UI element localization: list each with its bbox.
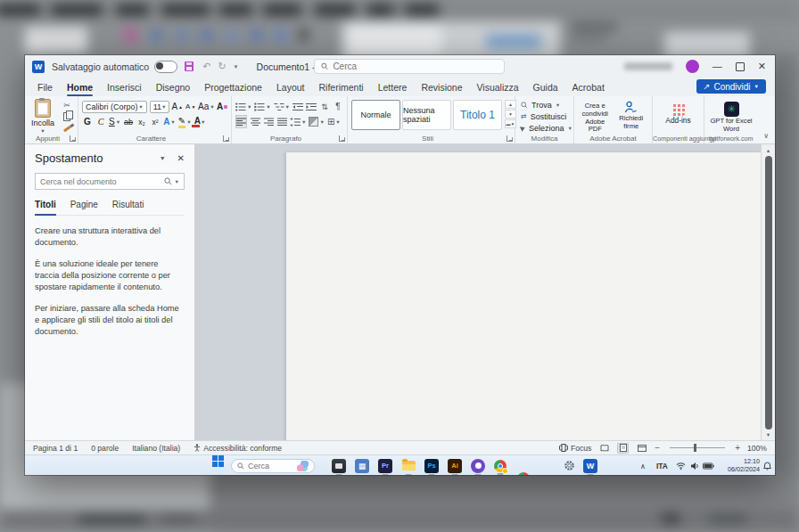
tab-progettazione[interactable]: Progettazione bbox=[197, 78, 269, 96]
grow-font-button[interactable]: A▲ bbox=[172, 100, 183, 113]
notifications-bell-icon[interactable] bbox=[763, 462, 771, 471]
align-left-icon[interactable] bbox=[235, 115, 247, 128]
tray-clock[interactable]: 12:10 06/02/2024 bbox=[719, 457, 760, 474]
language-indicator[interactable]: Italiano (Italia) bbox=[132, 444, 180, 453]
font-size-select[interactable]: 11▼ bbox=[150, 101, 169, 113]
sort-icon[interactable]: ⇅ bbox=[319, 100, 330, 113]
subscript-button[interactable]: x₂ bbox=[136, 115, 147, 128]
purple-app-icon[interactable] bbox=[471, 459, 485, 473]
superscript-button[interactable]: x² bbox=[150, 115, 161, 128]
tab-visualizza[interactable]: Visualizza bbox=[469, 78, 525, 96]
print-layout-icon[interactable] bbox=[617, 443, 629, 454]
document-page[interactable] bbox=[286, 152, 761, 440]
style-normal[interactable]: Normale bbox=[351, 100, 400, 130]
font-dialog-launcher[interactable] bbox=[223, 135, 229, 142]
taskbar-search-input[interactable] bbox=[248, 462, 284, 471]
addins-button[interactable]: Add-ins bbox=[656, 99, 700, 126]
tab-lettere[interactable]: Lettere bbox=[371, 78, 415, 96]
increase-indent-icon[interactable] bbox=[306, 100, 317, 113]
page-indicator[interactable]: Pagina 1 di 1 bbox=[33, 444, 78, 453]
title-search-input[interactable] bbox=[333, 61, 498, 71]
numbered-list-icon[interactable]: ▼ bbox=[254, 100, 270, 113]
web-layout-icon[interactable] bbox=[636, 443, 647, 454]
illustrator-icon[interactable]: Ai bbox=[448, 459, 462, 473]
paragraph-dialog-launcher[interactable] bbox=[339, 135, 345, 142]
calculator-app-icon[interactable]: ▦ bbox=[355, 459, 369, 473]
highlight-button[interactable]: ✎▼ bbox=[178, 115, 192, 128]
accessibility-status[interactable]: Accessibilità: conforme bbox=[194, 444, 282, 453]
paragraph-mark-icon[interactable]: ¶ bbox=[333, 100, 343, 113]
pane-chevron-down-icon[interactable]: ▼ bbox=[160, 155, 166, 161]
clear-formatting-button[interactable]: A bbox=[217, 100, 227, 113]
taskbar-search-box[interactable] bbox=[231, 459, 315, 473]
word-count[interactable]: 0 parole bbox=[91, 444, 119, 453]
photoshop-icon[interactable]: Ps bbox=[424, 459, 439, 473]
user-avatar[interactable] bbox=[686, 60, 699, 73]
strikethrough-button[interactable]: ab bbox=[123, 115, 134, 128]
save-icon[interactable] bbox=[185, 61, 194, 71]
tray-expand-chevron-icon[interactable]: ∧ bbox=[640, 462, 646, 470]
style-no-spacing[interactable]: Nessuna spaziati bbox=[402, 100, 451, 130]
decrease-indent-icon[interactable] bbox=[292, 100, 303, 113]
tab-guida[interactable]: Guida bbox=[526, 78, 565, 96]
wifi-icon[interactable] bbox=[676, 462, 686, 470]
zoom-slider[interactable] bbox=[670, 447, 725, 448]
scroll-down-icon[interactable]: ▼ bbox=[762, 432, 775, 438]
find-button[interactable]: Trova▼ bbox=[521, 99, 570, 110]
align-center-icon[interactable] bbox=[250, 115, 260, 128]
bullet-list-icon[interactable]: ▼ bbox=[235, 100, 251, 113]
tab-disegno[interactable]: Disegno bbox=[149, 78, 198, 96]
scrollbar-thumb[interactable] bbox=[765, 156, 772, 430]
styles-dialog-launcher[interactable] bbox=[507, 135, 513, 142]
word-taskbar-icon[interactable]: W bbox=[583, 459, 597, 473]
scroll-up-icon[interactable]: ▲ bbox=[762, 148, 775, 153]
shrink-font-button[interactable]: A▼ bbox=[185, 100, 196, 113]
paste-button[interactable]: Incolla ▼ bbox=[29, 99, 57, 134]
tab-layout[interactable]: Layout bbox=[269, 78, 312, 96]
maximize-button[interactable] bbox=[736, 62, 745, 71]
read-mode-icon[interactable] bbox=[598, 443, 610, 454]
battery-icon[interactable] bbox=[703, 462, 714, 470]
justify-icon[interactable] bbox=[276, 115, 287, 128]
nav-tab-titoli[interactable]: Titoli bbox=[35, 200, 56, 209]
cut-icon[interactable]: ✂ bbox=[61, 100, 73, 110]
style-heading1[interactable]: Titolo 1 bbox=[453, 100, 502, 130]
photos-app-icon[interactable] bbox=[332, 459, 346, 473]
search-options-caret-icon[interactable]: ▼ bbox=[175, 179, 179, 184]
text-effects-button[interactable]: A▼ bbox=[163, 115, 176, 128]
change-case-button[interactable]: Aa▼ bbox=[199, 100, 214, 113]
line-spacing-icon[interactable]: ▼ bbox=[290, 115, 306, 128]
tab-home[interactable]: Home bbox=[60, 78, 100, 96]
zoom-out-button[interactable]: − bbox=[655, 443, 660, 453]
nav-tab-risultati[interactable]: Risultati bbox=[112, 200, 144, 209]
zoom-slider-handle[interactable] bbox=[694, 444, 696, 452]
format-painter-icon[interactable] bbox=[61, 123, 73, 134]
document-canvas[interactable] bbox=[195, 144, 761, 440]
close-button[interactable]: ✕ bbox=[758, 61, 766, 71]
gpt-for-excel-word-button[interactable]: ✳ GPT for Excel Word bbox=[708, 99, 754, 133]
autosave-toggle[interactable] bbox=[154, 61, 177, 73]
chrome-profile1-icon[interactable] bbox=[494, 460, 507, 472]
tab-inserisci[interactable]: Inserisci bbox=[100, 78, 149, 96]
font-name-select[interactable]: Calibri (Corpo)▼ bbox=[82, 101, 147, 113]
nav-tab-pagine[interactable]: Pagine bbox=[70, 200, 98, 209]
document-search-box[interactable]: ▼ bbox=[35, 173, 185, 190]
pane-close-icon[interactable]: ✕ bbox=[177, 153, 185, 163]
premiere-pro-icon[interactable]: Pr bbox=[378, 459, 392, 473]
settings-gear-icon[interactable] bbox=[562, 459, 576, 473]
collapse-ribbon-icon[interactable]: ∨ bbox=[763, 132, 769, 140]
tab-file[interactable]: File bbox=[30, 78, 60, 96]
zoom-in-button[interactable]: + bbox=[735, 443, 740, 453]
redo-icon[interactable]: ↻ bbox=[218, 61, 226, 72]
document-search-input[interactable] bbox=[40, 177, 161, 186]
select-button[interactable]: Seleziona▼ bbox=[521, 122, 570, 134]
tab-revisione[interactable]: Revisione bbox=[414, 78, 469, 96]
tray-language[interactable]: ITA bbox=[656, 462, 668, 471]
quick-access-caret-icon[interactable]: ▼ bbox=[234, 64, 239, 70]
minimize-button[interactable]: — bbox=[713, 61, 722, 71]
create-pdf-button[interactable]: Crea e condividi Adobe PDF bbox=[578, 99, 613, 134]
bold-button[interactable]: G bbox=[82, 115, 93, 128]
underline-button[interactable]: S▼ bbox=[109, 115, 120, 128]
chrome-profile2-icon[interactable] bbox=[517, 472, 530, 476]
request-signatures-button[interactable]: Richiedi firme bbox=[614, 99, 649, 134]
